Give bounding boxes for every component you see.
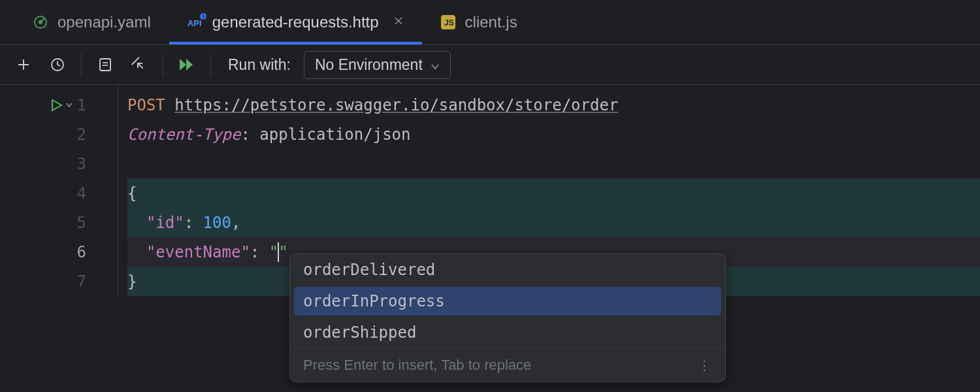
token-punct: : [250,243,269,261]
divider [210,54,211,76]
code-line[interactable] [127,149,980,178]
token-header-val: application/json [259,125,410,144]
js-icon: JS [440,14,456,30]
completion-item[interactable]: orderShipped [290,317,725,348]
chevron-down-icon [431,56,440,74]
completion-item[interactable]: orderInProgress [294,287,721,316]
token-punct: : [184,214,203,232]
line-number: 5 [77,214,86,232]
line-number: 7 [77,272,86,291]
gutter-line: 3 [0,149,118,178]
tab-client-js[interactable]: JS client.js [422,0,536,44]
token-punct: : [240,125,259,144]
code-line[interactable]: POST https://petstore.swagger.io/sandbox… [127,90,980,120]
completion-hint: Press Enter to insert, Tab to replace [303,357,531,374]
more-icon[interactable]: ⋮ [698,357,712,373]
svg-rect-8 [100,59,110,71]
editor-tabs: openapi.yaml API generated-requests.http… [0,0,980,44]
code-line[interactable]: Content-Type: application/json [127,120,980,149]
gutter-line: 4 [0,178,118,208]
import-button[interactable] [129,54,150,75]
token-plain [127,214,146,232]
openapi-icon [33,14,48,30]
gutter-line: 6 [0,237,118,267]
completion-popup: orderDeliveredorderInProgressorderShippe… [289,253,726,382]
tab-openapi-yaml[interactable]: openapi.yaml [14,0,169,44]
line-number: 6 [77,243,86,261]
gutter-line: 5 [0,208,118,237]
tab-label: client.js [465,13,517,31]
environment-value: No Environment [315,56,423,74]
divider [163,54,163,76]
token-method: POST [127,96,165,114]
token-json-key: "id" [146,214,184,232]
token-brace: } [127,272,137,291]
http-toolbar: Run with: No Environment [0,44,980,85]
line-number: 3 [77,155,86,173]
code-editor[interactable]: 1234567 POST https://petstore.swagger.io… [0,85,980,296]
tab-generated-requests[interactable]: API generated-requests.http [169,0,422,44]
gutter-line: 7 [0,267,118,296]
tab-label: openapi.yaml [57,13,151,31]
token-plain [127,243,146,261]
add-request-button[interactable] [13,54,34,75]
run-line-icon[interactable] [51,99,73,112]
token-header-name: Content-Type [127,125,240,144]
line-number: 1 [77,96,86,114]
svg-line-2 [41,18,44,22]
completion-item[interactable]: orderDelivered [290,254,725,286]
token-json-str: " [269,243,278,261]
tab-label: generated-requests.http [212,13,379,31]
code-line[interactable]: { [127,178,980,208]
api-icon: API [188,14,203,30]
gutter-line: 2 [0,120,118,149]
completion-footer: Press Enter to insert, Tab to replace ⋮ [290,348,725,382]
run-all-button[interactable] [176,54,197,75]
token-brace: { [127,184,137,203]
gutter: 1234567 [0,85,118,296]
code-line[interactable]: "id": 100, [127,208,980,237]
divider [81,54,82,76]
gutter-line: 1 [0,90,118,120]
token-punct: , [231,214,240,232]
token-json-str: " [278,243,287,261]
run-with-label: Run with: [228,56,291,74]
environment-select[interactable]: No Environment [304,51,451,79]
svg-text:JS: JS [444,18,454,27]
token-url: https://petstore.swagger.io/sandbox/stor… [174,96,618,114]
line-number: 4 [77,184,86,203]
history-button[interactable] [47,54,68,75]
token-json-key: "eventName" [146,243,250,261]
token-plain [165,96,174,114]
line-number: 2 [77,125,86,144]
token-json-num: 100 [203,214,231,232]
examples-button[interactable] [95,54,116,75]
close-icon[interactable] [393,16,404,29]
